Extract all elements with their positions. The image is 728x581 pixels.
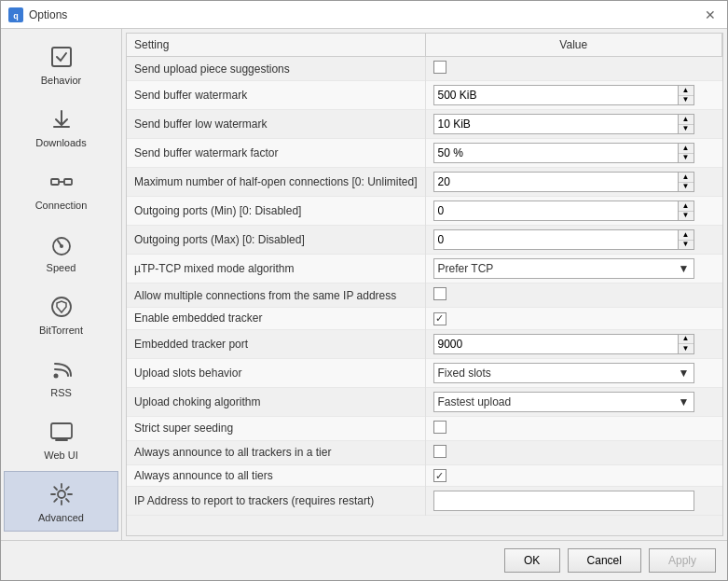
setting-value-allow-multiple-connections[interactable] [425,284,722,308]
spinbox-input-send-buffer-watermark-factor[interactable] [433,143,678,163]
table-row: Maximum number of half-open connections … [127,168,722,197]
spinbox-outgoing-ports-min[interactable]: ▲▼ [433,201,694,221]
spinbox-embedded-tracker-port[interactable]: ▲▼ [433,334,694,354]
setting-value-outgoing-ports-min[interactable]: ▲▼ [425,197,722,226]
spinbox-input-max-half-open[interactable] [433,172,678,192]
setting-label-embedded-tracker-port: Embedded tracker port [127,329,425,358]
setting-label-send-buffer-low-watermark: Send buffer low watermark [127,110,425,139]
setting-label-utp-tcp-algorithm: µTP-TCP mixed mode algorithm [127,255,425,284]
webui-icon [47,417,76,447]
setting-value-send-buffer-low-watermark[interactable]: ▲▼ [425,110,722,139]
checkbox-allow-multiple-connections[interactable] [433,287,446,300]
setting-value-strict-super-seeding[interactable] [425,416,722,440]
setting-value-outgoing-ports-max[interactable]: ▲▼ [425,226,722,255]
spinbox-up-send-buffer-low-watermark[interactable]: ▲ [679,115,694,125]
spinbox-buttons-send-buffer-watermark: ▲▼ [678,85,694,105]
setting-value-enable-embedded-tracker[interactable] [425,308,722,330]
dropdown-value-utp-tcp-algorithm: Prefer TCP [438,262,494,275]
sidebar-item-bittorrent[interactable]: BitTorrent [4,284,118,344]
spinbox-up-embedded-tracker-port[interactable]: ▲ [679,335,694,345]
svg-rect-9 [51,423,72,438]
setting-value-embedded-tracker-port[interactable]: ▲▼ [425,329,722,358]
spinbox-down-embedded-tracker-port[interactable]: ▼ [679,344,694,353]
table-row: µTP-TCP mixed mode algorithmPrefer TCP▼ [127,255,722,284]
spinbox-outgoing-ports-max[interactable]: ▲▼ [433,229,694,250]
sidebar-label-speed: Speed [47,262,76,273]
text-input-ip-address-trackers[interactable] [433,491,694,511]
sidebar-item-webui[interactable]: Web UI [4,408,118,469]
speed-icon [47,229,76,259]
title-bar: q Options ✕ [1,1,727,29]
sidebar-label-webui: Web UI [44,450,77,461]
checkbox-always-announce-all-tiers[interactable] [433,469,446,482]
spinbox-up-outgoing-ports-max[interactable]: ▲ [679,230,694,241]
spinbox-input-outgoing-ports-min[interactable] [433,201,678,221]
spinbox-send-buffer-watermark-factor[interactable]: ▲▼ [433,143,694,163]
spinbox-input-embedded-tracker-port[interactable] [433,334,678,354]
spinbox-send-buffer-watermark[interactable]: ▲▼ [433,85,694,105]
spinbox-down-send-buffer-watermark-factor[interactable]: ▼ [679,154,694,163]
setting-value-always-announce-all-trackers-tier[interactable] [425,440,722,464]
setting-value-ip-address-trackers[interactable] [425,487,722,516]
settings-table: Setting Value Send upload piece suggesti… [127,34,722,516]
spinbox-down-send-buffer-low-watermark[interactable]: ▼ [679,125,694,134]
checkbox-send-upload-piece[interactable] [433,61,446,74]
setting-value-always-announce-all-tiers[interactable] [425,464,722,487]
checkbox-strict-super-seeding[interactable] [433,421,446,434]
setting-value-utp-tcp-algorithm[interactable]: Prefer TCP▼ [425,255,722,284]
spinbox-up-send-buffer-watermark-factor[interactable]: ▲ [679,144,694,154]
sidebar-item-downloads[interactable]: Downloads [4,96,118,157]
window-title: Options [29,8,67,21]
setting-value-send-buffer-watermark-factor[interactable]: ▲▼ [425,139,722,168]
apply-button[interactable]: Apply [649,548,716,573]
table-row: Send buffer low watermark▲▼ [127,110,722,139]
settings-table-wrapper[interactable]: Setting Value Send upload piece suggesti… [126,33,723,536]
footer: OK Cancel Apply [1,540,727,580]
ok-button[interactable]: OK [504,548,560,573]
close-button[interactable]: ✕ [701,6,720,24]
spinbox-input-send-buffer-low-watermark[interactable] [433,114,678,134]
sidebar-item-speed[interactable]: Speed [4,221,118,282]
setting-value-max-half-open[interactable]: ▲▼ [425,168,722,197]
spinbox-down-send-buffer-watermark[interactable]: ▼ [679,96,694,105]
spinbox-buttons-send-buffer-watermark-factor: ▲▼ [678,143,694,163]
setting-label-always-announce-all-tiers: Always announce to all tiers [127,464,425,487]
setting-value-send-buffer-watermark[interactable]: ▲▼ [425,81,722,110]
spinbox-down-outgoing-ports-min[interactable]: ▼ [679,212,694,221]
spinbox-up-send-buffer-watermark[interactable]: ▲ [679,86,694,96]
spinbox-up-max-half-open[interactable]: ▲ [679,173,694,183]
sidebar-item-advanced[interactable]: Advanced [4,471,118,532]
spinbox-down-max-half-open[interactable]: ▼ [679,183,694,192]
spinbox-max-half-open[interactable]: ▲▼ [433,172,694,192]
spinbox-input-send-buffer-watermark[interactable] [433,85,678,105]
table-row: Outgoing ports (Max) [0: Disabled]▲▼ [127,226,722,255]
setting-label-send-upload-piece: Send upload piece suggestions [127,57,425,81]
setting-label-max-half-open: Maximum number of half-open connections … [127,168,425,197]
setting-value-upload-choking-algorithm[interactable]: Fastest upload▼ [425,387,722,416]
dropdown-upload-choking-algorithm[interactable]: Fastest upload▼ [433,392,694,412]
setting-label-outgoing-ports-min: Outgoing ports (Min) [0: Disabled] [127,197,425,226]
sidebar-item-connection[interactable]: Connection [4,159,118,219]
sidebar-label-advanced: Advanced [38,512,84,523]
sidebar-item-rss[interactable]: RSS [4,346,118,407]
dropdown-utp-tcp-algorithm[interactable]: Prefer TCP▼ [433,258,694,279]
sidebar-label-rss: RSS [50,387,72,398]
settings-panel: Setting Value Send upload piece suggesti… [122,29,727,540]
spinbox-up-outgoing-ports-min[interactable]: ▲ [679,201,694,212]
spinbox-input-outgoing-ports-max[interactable] [433,229,678,250]
table-row: Enable embedded tracker [127,308,722,330]
spinbox-down-outgoing-ports-max[interactable]: ▼ [679,241,694,250]
svg-point-10 [58,491,65,498]
checkbox-enable-embedded-tracker[interactable] [433,312,446,325]
cancel-button[interactable]: Cancel [568,548,641,573]
dropdown-upload-slots-behavior[interactable]: Fixed slots▼ [433,363,694,383]
setting-value-upload-slots-behavior[interactable]: Fixed slots▼ [425,358,722,387]
checkbox-always-announce-all-trackers-tier[interactable] [433,445,446,458]
svg-rect-3 [51,179,59,185]
sidebar-item-behavior[interactable]: Behavior [4,34,118,94]
setting-value-send-upload-piece[interactable] [425,57,722,81]
dropdown-arrow-upload-slots-behavior: ▼ [679,367,690,380]
table-row: Outgoing ports (Min) [0: Disabled]▲▼ [127,197,722,226]
spinbox-send-buffer-low-watermark[interactable]: ▲▼ [433,114,694,134]
table-row: Strict super seeding [127,416,722,440]
